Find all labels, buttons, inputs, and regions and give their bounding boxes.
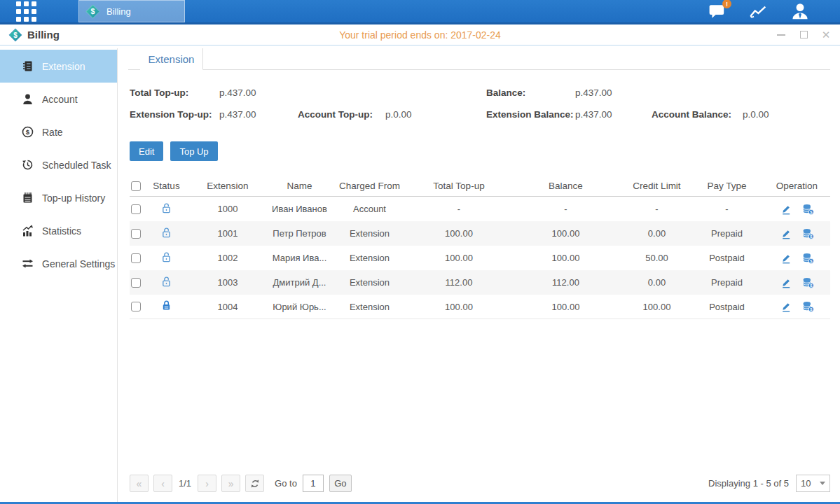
operation-cell: $	[764, 277, 830, 288]
total-topup-cell: 112.00	[410, 277, 508, 288]
top-app-bar: $ Billing !	[0, 0, 840, 24]
action-buttons: Edit Top Up	[130, 141, 830, 161]
charged-from-cell: Extension	[329, 302, 410, 312]
edit-row-button[interactable]	[780, 253, 792, 264]
chevron-down-icon	[820, 482, 825, 485]
reports-button[interactable]	[748, 2, 769, 20]
edit-row-button[interactable]	[780, 277, 792, 288]
top-up-row-button[interactable]: $	[802, 253, 814, 264]
total-topup-value: p.437.00	[219, 88, 298, 98]
dollar-circle-icon: $	[22, 126, 34, 138]
balance-value: p.437.00	[575, 88, 652, 98]
topbar-tab-label: Billing	[106, 6, 131, 17]
next-page-button[interactable]: ›	[198, 475, 216, 492]
close-button[interactable]: ✕	[820, 29, 832, 41]
status-cell	[147, 227, 186, 241]
name-cell: Петр Петров	[270, 228, 329, 239]
top-up-row-button[interactable]: $	[802, 277, 814, 288]
edit-row-button[interactable]	[780, 204, 792, 215]
svg-text:$: $	[810, 284, 812, 288]
sidebar-item-scheduled-task[interactable]: Scheduled Task	[0, 148, 117, 181]
app-grid-menu-button[interactable]	[0, 0, 52, 22]
operation-cell: $	[764, 301, 830, 312]
top-up-row-button[interactable]: $	[802, 204, 814, 215]
operation-cell: $	[764, 228, 830, 239]
go-button[interactable]: Go	[329, 475, 352, 492]
edit-button[interactable]: Edit	[130, 141, 163, 161]
extension-cell: 1002	[186, 253, 270, 263]
coins-icon: $	[802, 228, 814, 239]
balance-cell: -	[508, 204, 624, 214]
topbar-right-icons: !	[707, 0, 840, 22]
sidebar-item-statistics[interactable]: Statistics	[0, 214, 117, 247]
pay-type-cell: Postpaid	[690, 302, 764, 312]
last-page-button[interactable]: »	[221, 475, 240, 492]
col-total-topup: Total Top-up	[410, 181, 508, 191]
total-topup-cell: 100.00	[410, 253, 508, 263]
pencil-icon	[780, 253, 792, 264]
window-title-bar: $ Billing Your trial period ends on: 201…	[0, 24, 840, 46]
credit-limit-cell: 50.00	[624, 253, 690, 263]
prev-page-button[interactable]: ‹	[153, 475, 172, 492]
trial-notice: Your trial period ends on: 2017-02-24	[0, 29, 840, 41]
sidebar-label: Extension	[42, 61, 85, 72]
edit-row-button[interactable]	[780, 228, 792, 239]
svg-text:$: $	[810, 234, 812, 239]
page-indicator: 1/1	[179, 478, 191, 489]
unlocked-icon	[161, 251, 172, 263]
row-checkbox[interactable]	[131, 204, 141, 214]
pencil-icon	[780, 204, 792, 215]
edit-row-button[interactable]	[780, 301, 792, 312]
top-up-button[interactable]: Top Up	[170, 141, 217, 161]
pencil-icon	[780, 301, 792, 312]
refresh-button[interactable]	[245, 475, 264, 492]
select-all-checkbox[interactable]	[131, 181, 141, 191]
account-topup-label: Account Top-up:	[298, 109, 385, 120]
window-title: Billing	[27, 29, 60, 41]
goto-page-input[interactable]	[303, 475, 324, 492]
table-row: 1003Дмитрий Д...Extension112.00112.000.0…	[130, 270, 830, 295]
topbar-billing-tab[interactable]: $ Billing	[78, 0, 185, 22]
total-topup-cell: 100.00	[410, 302, 508, 312]
pay-type-cell: Prepaid	[690, 228, 764, 239]
extension-topup-value: p.437.00	[219, 109, 298, 120]
svg-text:$: $	[26, 128, 30, 136]
extension-topup-label: Extension Top-up:	[130, 109, 219, 120]
row-checkbox[interactable]	[131, 253, 141, 263]
page-size-value: 10	[801, 478, 820, 489]
svg-text:$: $	[91, 7, 95, 15]
sidebar-item-account[interactable]: Account	[0, 83, 117, 115]
user-account-button[interactable]	[790, 2, 811, 20]
page-size-select[interactable]: 10	[796, 475, 830, 492]
billing-app-icon: $	[8, 28, 22, 42]
status-cell	[147, 251, 186, 265]
name-cell: Мария Ива...	[270, 253, 329, 263]
total-topup-cell: 100.00	[410, 228, 508, 239]
svg-text:$: $	[13, 31, 18, 38]
tab-extension[interactable]: Extension	[140, 48, 203, 70]
app-grid-icon	[16, 1, 36, 22]
top-up-row-button[interactable]: $	[802, 228, 814, 239]
row-checkbox[interactable]	[131, 302, 141, 312]
minimize-button[interactable]	[776, 29, 787, 41]
sidebar-item-topup-history[interactable]: Top-up History	[0, 181, 117, 214]
sidebar-label: Scheduled Task	[42, 160, 111, 171]
row-checkbox[interactable]	[131, 278, 141, 288]
sidebar-label: Top-up History	[42, 192, 105, 204]
coins-icon: $	[802, 204, 814, 215]
charged-from-cell: Extension	[329, 277, 410, 288]
sidebar-item-general-settings[interactable]: General Settings	[0, 247, 117, 280]
row-checkbox[interactable]	[131, 229, 141, 239]
charged-from-cell: Account	[329, 204, 410, 214]
messages-button[interactable]: !	[707, 2, 728, 20]
window-controls: ✕	[776, 29, 832, 41]
col-charged-from: Charged From	[329, 181, 410, 191]
top-up-row-button[interactable]: $	[802, 301, 814, 312]
sidebar-item-extension[interactable]: Extension	[0, 50, 117, 83]
charged-from-cell: Extension	[329, 253, 410, 263]
balance-cell: 112.00	[508, 277, 624, 288]
maximize-button[interactable]	[798, 29, 809, 41]
balance-cell: 100.00	[508, 302, 624, 312]
sidebar-item-rate[interactable]: $ Rate	[0, 115, 117, 148]
first-page-button[interactable]: «	[130, 475, 149, 492]
